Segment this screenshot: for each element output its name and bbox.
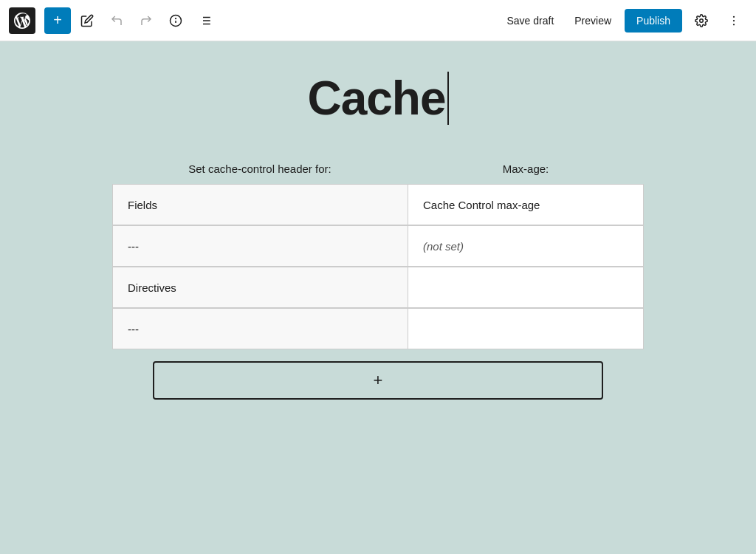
table-row[interactable]: --- xyxy=(112,308,408,349)
more-options-button[interactable] xyxy=(721,7,747,34)
settings-button[interactable] xyxy=(688,7,715,34)
right-column-header: Max-age: xyxy=(408,155,644,184)
table-row[interactable] xyxy=(408,267,644,308)
left-column-header: Set cache-control header for: xyxy=(112,155,408,184)
save-draft-button[interactable]: Save draft xyxy=(499,10,561,31)
undo-button[interactable] xyxy=(103,7,130,34)
wp-logo-icon[interactable] xyxy=(9,7,35,34)
table-row[interactable]: Cache Control max-age xyxy=(408,184,644,225)
table-row[interactable]: --- xyxy=(112,225,408,267)
table-row[interactable]: (not set) xyxy=(408,225,644,267)
redo-button[interactable] xyxy=(133,7,159,34)
edit-tool-button[interactable] xyxy=(74,7,100,34)
table-row[interactable]: Fields xyxy=(112,184,408,225)
publish-button[interactable]: Publish xyxy=(625,9,682,33)
svg-point-10 xyxy=(733,16,735,17)
page-title-wrapper: Cache xyxy=(307,71,448,126)
toolbar-right: Save draft Preview Publish xyxy=(499,7,747,34)
preview-button[interactable]: Preview xyxy=(567,10,619,31)
table-row[interactable] xyxy=(408,308,644,349)
svg-point-9 xyxy=(700,18,704,22)
table-row[interactable]: Directives xyxy=(112,267,408,308)
page-title[interactable]: Cache xyxy=(307,71,445,126)
title-cursor xyxy=(447,72,449,125)
add-block-button[interactable]: + xyxy=(44,7,71,34)
add-row-button[interactable]: + xyxy=(153,361,603,400)
list-view-button[interactable] xyxy=(192,7,219,34)
info-button[interactable] xyxy=(162,7,189,34)
table-left-column: Set cache-control header for: Fields ---… xyxy=(112,155,408,349)
svg-point-11 xyxy=(733,19,735,21)
table-right-column: Max-age: Cache Control max-age (not set) xyxy=(408,155,644,349)
main-content: Cache Set cache-control header for: Fiel… xyxy=(0,41,756,554)
table-block: Set cache-control header for: Fields ---… xyxy=(112,155,644,349)
svg-point-12 xyxy=(733,24,735,25)
toolbar: + xyxy=(0,0,756,41)
